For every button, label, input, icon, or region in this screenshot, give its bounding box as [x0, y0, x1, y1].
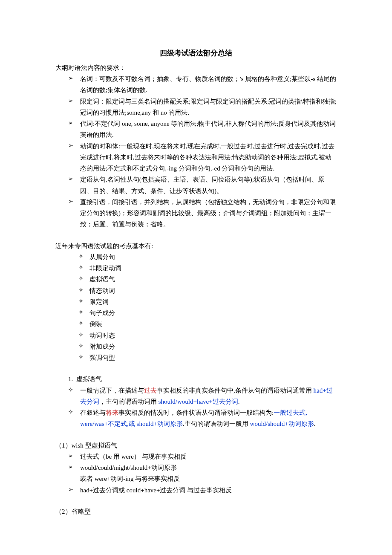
list-item: 句子成分 [55, 307, 337, 318]
section-number: 1. [68, 376, 73, 382]
list-item: 在叙述与将来事实相反的情况时，条件状语从句谓语动词一般结构为:一般过去式, we… [55, 407, 337, 430]
page-title: 四级考试语法部分总结 [55, 47, 337, 60]
text: 事实相反的非真实条件句中,条件从句的谓语动词通常用 [157, 387, 312, 394]
outline-list: 名词：可数及不可数名词；抽象、专有、物质名词的数；'s 属格的各种意义;某些以-… [55, 73, 337, 230]
section-1-heading: 1. 虚拟语气 [55, 373, 337, 384]
list-item: had+过去分词或 could+have+过去分词 与过去事实相反 [55, 485, 337, 496]
exam-points-label: 近年来专四语法试题的考点基本有: [55, 240, 337, 251]
text: 事实相反的情况时，条件状语从句谓语动词一般结构为: [118, 409, 274, 416]
list-item: 限定词：限定词与三类名词的搭配关系;限定词与限定词的搭配关系;冠词的类指\特指和… [55, 96, 337, 119]
text: . [314, 420, 316, 427]
list-item: 限定词 [55, 296, 337, 307]
highlight-future: 将来 [106, 409, 118, 416]
wish-list: 过去式（be 用 were） 与现在事实相反 would/could/might… [55, 451, 337, 496]
intro-line: 大纲对语法内容的要求： [55, 62, 337, 73]
highlight-formula: would/should+动词原形 [250, 420, 314, 427]
text: . [238, 398, 240, 405]
section-title: 虚拟语气 [76, 376, 102, 382]
subsection-2-label: （2）省略型 [55, 506, 337, 517]
list-item: would/could/might/should+动词原形 或者 were+动词… [55, 462, 337, 485]
list-item: 虚拟语气 [55, 274, 337, 285]
text: would/could/might/should+动词原形 [80, 464, 177, 471]
list-item: 附加成分 [55, 341, 337, 352]
continuation-line: 或者 were+动词-ing 与将来事实相反 [80, 473, 337, 484]
list-item: 非限定动词 [55, 263, 337, 274]
list-item: 直接引语，间接引语，并列结构，从属结构（包括独立结构，无动词分句，非限定分句和限… [55, 197, 337, 230]
list-item: 情态动词 [55, 285, 337, 296]
list-item: 一般情况下，在描述与过去事实相反的非真实条件句中,条件从句的谓语动词通常用 ha… [55, 385, 337, 408]
highlight-past: 过去 [144, 387, 157, 394]
list-item: 强调句型 [55, 352, 337, 363]
list-item: 倒装 [55, 318, 337, 330]
list-item: 定语从句,名词性从句(包括宾语、主语、表语、同位语从句等);状语从句（包括时间、… [55, 174, 337, 197]
list-item: 从属分句 [55, 251, 337, 263]
list-item: 动词的时和体:一般现在时,现在将来时,现在完成时,一般过去时,过去进行时,过去完… [55, 141, 337, 174]
text: 在叙述与 [80, 409, 106, 416]
exam-points-list: 从属分句 非限定动词 虚拟语气 情态动词 限定词 句子成分 倒装 动词时态 附加… [55, 251, 337, 364]
highlight-formula: should/would+have+过去分词 [159, 398, 238, 405]
list-item: 代词:不定代词 one, some, anyone 等的用法;物主代词,非人称代… [55, 118, 337, 141]
text: 一般情况下，在描述与 [80, 387, 144, 394]
subsection-1-label: （1）wish 型虚拟语气 [55, 440, 337, 451]
text: ，主句的谓语动词用 [99, 398, 159, 405]
text: .主句的谓语动词一般用 [183, 420, 250, 427]
list-item: 过去式（be 用 were） 与现在事实相反 [55, 451, 337, 462]
subjunctive-list: 一般情况下，在描述与过去事实相反的非真实条件句中,条件从句的谓语动词通常用 ha… [55, 385, 337, 430]
list-item: 动词时态 [55, 330, 337, 341]
list-item: 名词：可数及不可数名词；抽象、专有、物质名词的数；'s 属格的各种意义;某些以-… [55, 73, 337, 96]
